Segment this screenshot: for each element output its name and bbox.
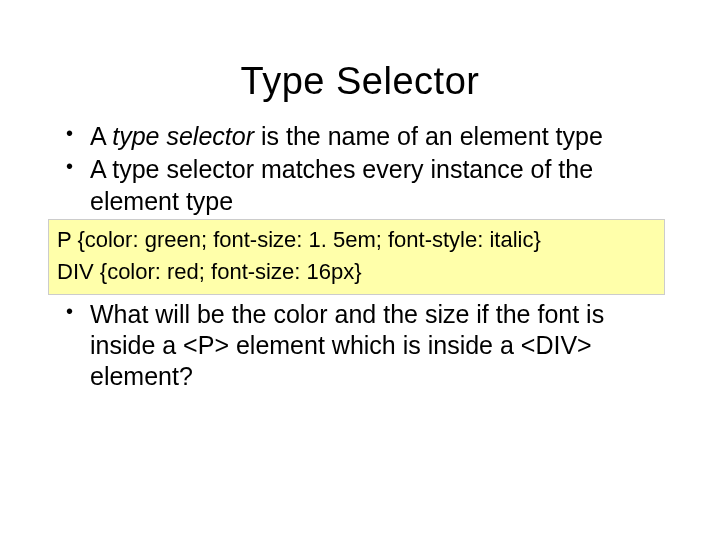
code-block: P {color: green; font-size: 1. 5em; font… xyxy=(48,219,665,295)
bullet-item: A type selector matches every instance o… xyxy=(60,154,665,217)
bullet-item: A type selector is the name of an elemen… xyxy=(60,121,665,152)
code-line: P {color: green; font-size: 1. 5em; font… xyxy=(57,224,656,256)
slide-title: Type Selector xyxy=(0,60,720,103)
bullet-list-top: A type selector is the name of an elemen… xyxy=(60,121,665,217)
bullet-text: What will be the color and the size if t… xyxy=(90,300,604,391)
bullet-text-pre: A xyxy=(90,122,112,150)
bullet-list-bottom: What will be the color and the size if t… xyxy=(60,299,665,393)
code-line: DIV {color: red; font-size: 16px} xyxy=(57,256,656,288)
slide: Type Selector A type selector is the nam… xyxy=(0,60,720,540)
bullet-text-post: is the name of an element type xyxy=(261,122,603,150)
bullet-text-italic: type selector xyxy=(112,122,261,150)
bullet-text-pre: A type selector matches every instance o… xyxy=(90,155,593,214)
bullet-item: What will be the color and the size if t… xyxy=(60,299,665,393)
